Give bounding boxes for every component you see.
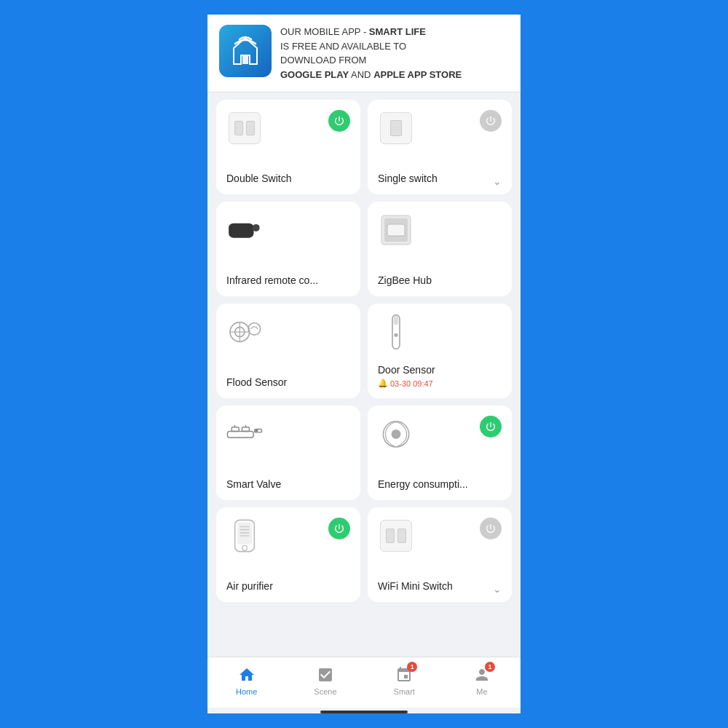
nav-item-scene[interactable]: Scene (314, 665, 336, 696)
smart-life-label: SMART LIFE (369, 26, 426, 37)
scene-icon (317, 666, 334, 684)
home-indicator-bar (320, 711, 408, 713)
card-bottom: Air purifier (226, 580, 350, 592)
chevron-down-icon: ⌄ (493, 583, 502, 595)
svg-rect-0 (242, 55, 248, 64)
smart-valve-svg (226, 419, 263, 448)
card-top (226, 212, 350, 248)
zigbee-icon (378, 212, 414, 248)
alert-timestamp: 03-30 09:47 (390, 379, 433, 388)
svg-rect-15 (232, 427, 239, 432)
power-button-energy[interactable] (480, 416, 502, 438)
svg-rect-14 (227, 431, 253, 438)
power-on-icon (485, 421, 496, 432)
infrared-icon (226, 212, 263, 248)
card-top (378, 518, 502, 554)
home-icon-wrap (237, 665, 257, 685)
svg-point-10 (248, 323, 261, 336)
card-bottom: Door Sensor 🔔 03-30 09:47 (378, 364, 502, 388)
phone-container: OUR MOBILE APP - SMART LIFE IS FREE AND … (207, 15, 521, 713)
card-bottom: Infrared remote co... (226, 274, 350, 286)
scene-icon-wrap (315, 665, 336, 685)
alert-icon: 🔔 (378, 379, 388, 388)
chevron-down-icon: ⌄ (493, 175, 502, 187)
svg-point-18 (255, 430, 258, 432)
device-name-double-switch: Double Switch (226, 173, 350, 184)
device-card-energy[interactable]: Energy consumpti... (368, 405, 512, 500)
nav-item-me[interactable]: 1 Me (472, 665, 492, 696)
device-card-air-purifier[interactable]: Air purifier (216, 507, 360, 602)
power-button-single-switch[interactable] (480, 110, 502, 132)
bottom-navigation: Home Scene 1 Smart (207, 657, 521, 708)
door-sensor-svg (387, 314, 405, 350)
device-card-infrared[interactable]: Infrared remote co... (216, 202, 360, 296)
power-button-double-switch[interactable] (328, 110, 350, 132)
svg-rect-25 (240, 526, 249, 528)
card-bottom: Single switch (378, 173, 502, 184)
svg-rect-1 (229, 223, 253, 238)
alert-time: 🔔 03-30 09:47 (378, 379, 502, 388)
svg-point-29 (242, 545, 248, 550)
device-card-double-switch[interactable]: Double Switch (216, 100, 360, 194)
svg-point-2 (253, 224, 260, 232)
svg-rect-26 (240, 529, 249, 531)
card-top (378, 314, 502, 350)
flood-sensor-icon (226, 314, 263, 350)
card-top (226, 416, 350, 452)
svg-rect-27 (240, 532, 249, 534)
device-card-single-switch[interactable]: Single switch ⌄ (368, 100, 512, 194)
device-name-wifi-switch: WiFi Mini Switch (378, 580, 502, 592)
device-card-zigbee[interactable]: ZigBee Hub (368, 202, 512, 296)
device-name-door: Door Sensor (378, 364, 502, 376)
device-name-purifier: Air purifier (226, 580, 350, 592)
power-button-wifi-switch[interactable] (480, 518, 502, 539)
smart-label: Smart (394, 687, 415, 696)
card-bottom: Flood Sensor (226, 376, 350, 388)
home-icon (238, 666, 256, 684)
smart-life-logo-icon (228, 33, 263, 68)
svg-rect-28 (240, 535, 249, 537)
card-bottom: WiFi Mini Switch (378, 580, 502, 592)
device-card-smart-valve[interactable]: Smart Valve (216, 405, 360, 500)
apple-store-label: APPLE APP STORE (373, 69, 462, 80)
nav-item-home[interactable]: Home (236, 665, 257, 696)
me-badge: 1 (485, 662, 495, 672)
power-button-purifier[interactable] (328, 518, 350, 539)
card-bottom: Double Switch (226, 173, 350, 184)
card-bottom: ZigBee Hub (378, 274, 502, 286)
wifi-mini-switch-icon (378, 518, 414, 554)
device-name-single-switch: Single switch (378, 173, 502, 184)
svg-rect-24 (237, 523, 252, 545)
banner-text: OUR MOBILE APP - SMART LIFE IS FREE AND … (280, 25, 462, 82)
scene-label: Scene (314, 687, 336, 696)
device-card-flood-sensor[interactable]: Flood Sensor (216, 304, 360, 398)
infrared-remote-svg (226, 215, 263, 245)
smart-valve-icon (226, 416, 263, 452)
power-on-icon (333, 115, 345, 127)
single-switch-icon (378, 110, 414, 146)
device-card-wifi-mini-switch[interactable]: WiFi Mini Switch ⌄ (368, 507, 512, 602)
card-bottom: Smart Valve (226, 478, 350, 490)
power-on-icon (333, 523, 345, 534)
svg-point-22 (392, 430, 401, 439)
device-card-door-sensor[interactable]: Door Sensor 🔔 03-30 09:47 (368, 304, 512, 398)
svg-rect-12 (394, 316, 399, 325)
me-icon-wrap: 1 (472, 665, 492, 685)
energy-icon (378, 416, 414, 452)
nav-item-smart[interactable]: 1 Smart (394, 665, 415, 696)
device-grid-area[interactable]: Double Switch Single switch (207, 92, 521, 657)
home-label: Home (236, 687, 257, 696)
device-name-zigbee: ZigBee Hub (378, 274, 502, 286)
device-name-valve: Smart Valve (226, 478, 350, 490)
card-top (226, 110, 350, 146)
energy-svg (378, 418, 414, 450)
door-sensor-icon (378, 314, 414, 350)
zigbee-hub-svg (380, 214, 412, 246)
card-bottom: Energy consumpti... (378, 478, 502, 490)
double-switch-icon (226, 110, 263, 146)
svg-rect-5 (387, 224, 405, 236)
card-top (226, 314, 350, 350)
card-top (226, 518, 350, 554)
svg-rect-16 (242, 427, 249, 432)
air-purifier-icon (226, 518, 263, 554)
